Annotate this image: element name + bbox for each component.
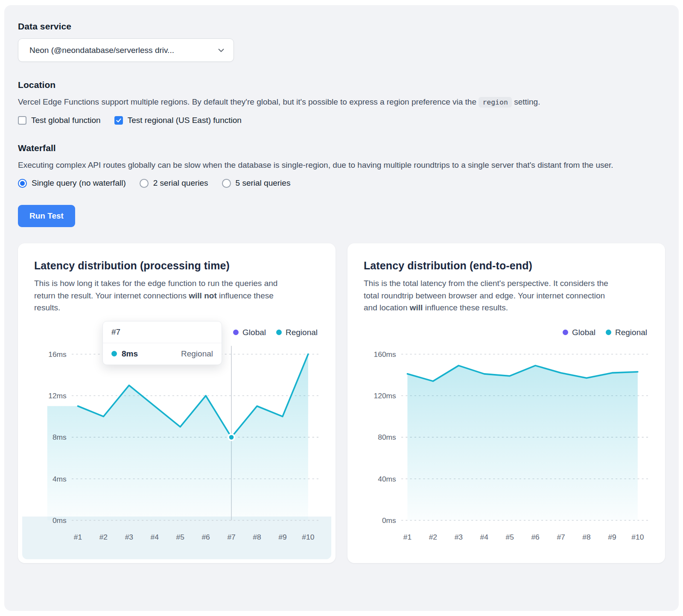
chart-tooltip: #7 8ms Regional bbox=[102, 321, 222, 365]
card-title: Latency distribution (end-to-end) bbox=[364, 260, 649, 272]
card-title: Latency distribution (processing time) bbox=[34, 260, 319, 272]
svg-text:120ms: 120ms bbox=[374, 391, 397, 400]
checkbox-test-global-function[interactable]: Test global function bbox=[18, 116, 101, 125]
radio-label: Single query (no waterfall) bbox=[32, 178, 126, 188]
svg-text:#5: #5 bbox=[506, 533, 514, 541]
global-dot-icon bbox=[233, 330, 239, 335]
svg-text:#6: #6 bbox=[201, 533, 210, 541]
latency-end-to-end-chart-canvas[interactable]: 160ms120ms80ms40ms0ms#1#2#3#4#5#6#7#8#9#… bbox=[364, 343, 649, 549]
svg-text:#2: #2 bbox=[429, 533, 437, 541]
svg-text:80ms: 80ms bbox=[378, 433, 396, 441]
svg-text:#1: #1 bbox=[403, 533, 412, 541]
svg-text:#7: #7 bbox=[227, 533, 235, 541]
svg-text:#5: #5 bbox=[176, 533, 184, 541]
legend-item-global: Global bbox=[233, 328, 266, 337]
chart-legend: Global Regional bbox=[364, 327, 649, 338]
waterfall-heading: Waterfall bbox=[18, 143, 665, 153]
svg-text:#10: #10 bbox=[631, 533, 644, 541]
svg-text:#8: #8 bbox=[253, 533, 261, 541]
results-cards: Latency distribution (processing time) T… bbox=[4, 243, 679, 563]
radio-label: 2 serial queries bbox=[153, 178, 208, 188]
run-test-button[interactable]: Run Test bbox=[18, 205, 75, 227]
legend-item-global: Global bbox=[563, 328, 595, 337]
svg-text:12ms: 12ms bbox=[48, 391, 67, 400]
svg-text:8ms: 8ms bbox=[53, 433, 67, 441]
radio-icon bbox=[140, 179, 149, 188]
processing-time-card: Latency distribution (processing time) T… bbox=[18, 243, 336, 563]
latency-processing-chart-canvas[interactable]: 16ms12ms8ms4ms0ms#1#2#3#4#5#6#7#8#9#10 bbox=[34, 343, 319, 549]
location-checkbox-row: Test global function Test regional (US E… bbox=[18, 116, 665, 125]
legend-label: Global bbox=[572, 328, 595, 337]
tooltip-series: Regional bbox=[181, 349, 213, 359]
svg-text:#1: #1 bbox=[74, 533, 82, 541]
data-service-select[interactable]: Neon (@neondatabase/serverless driv... bbox=[18, 38, 234, 62]
test-config-form: Data service Neon (@neondatabase/serverl… bbox=[4, 5, 679, 227]
svg-text:#2: #2 bbox=[99, 533, 108, 541]
svg-text:#3: #3 bbox=[455, 533, 463, 541]
svg-text:#4: #4 bbox=[151, 533, 159, 541]
svg-text:#8: #8 bbox=[582, 533, 590, 541]
svg-text:#4: #4 bbox=[480, 533, 489, 541]
svg-text:#6: #6 bbox=[531, 533, 539, 541]
waterfall-radio-row: Single query (no waterfall) 2 serial que… bbox=[18, 178, 665, 188]
chevron-down-icon bbox=[216, 46, 226, 55]
svg-text:0ms: 0ms bbox=[53, 516, 67, 525]
svg-text:40ms: 40ms bbox=[378, 474, 396, 483]
radio-selected-icon bbox=[18, 179, 27, 188]
svg-text:16ms: 16ms bbox=[48, 350, 67, 358]
global-dot-icon bbox=[563, 330, 568, 335]
radio-2-serial-queries[interactable]: 2 serial queries bbox=[140, 178, 208, 188]
svg-text:#3: #3 bbox=[125, 533, 133, 541]
svg-text:#9: #9 bbox=[278, 533, 286, 541]
data-service-heading: Data service bbox=[18, 21, 665, 32]
legend-label: Regional bbox=[615, 328, 647, 337]
data-service-selected-value: Neon (@neondatabase/serverless driv... bbox=[29, 46, 174, 55]
regional-dot-icon bbox=[111, 351, 117, 356]
end-to-end-chart: Global Regional 160ms120ms80ms40ms0ms#1#… bbox=[364, 327, 649, 549]
radio-label: 5 serial queries bbox=[236, 178, 291, 188]
checkbox-label: Test regional (US East) function bbox=[128, 116, 242, 125]
legend-label: Global bbox=[242, 328, 266, 337]
tooltip-title: #7 bbox=[103, 321, 222, 343]
legend-item-regional: Regional bbox=[606, 328, 647, 337]
main-panel: Data service Neon (@neondatabase/serverl… bbox=[4, 5, 679, 611]
radio-icon bbox=[222, 179, 231, 188]
checkbox-unchecked-icon bbox=[18, 116, 26, 125]
svg-text:#10: #10 bbox=[302, 533, 314, 541]
svg-text:160ms: 160ms bbox=[374, 350, 397, 358]
svg-text:#9: #9 bbox=[608, 533, 616, 541]
checkbox-checked-icon bbox=[114, 116, 123, 125]
tooltip-row: 8ms Regional bbox=[103, 343, 222, 365]
legend-label: Regional bbox=[286, 328, 318, 337]
regional-dot-icon bbox=[606, 330, 611, 335]
svg-text:#7: #7 bbox=[557, 533, 565, 541]
radio-5-serial-queries[interactable]: 5 serial queries bbox=[222, 178, 291, 188]
waterfall-section: Waterfall Executing complex API routes g… bbox=[18, 143, 665, 188]
waterfall-description: Executing complex API routes globally ca… bbox=[18, 159, 658, 171]
location-description: Vercel Edge Functions support multiple r… bbox=[18, 96, 658, 108]
svg-text:4ms: 4ms bbox=[53, 474, 67, 483]
location-section: Location Vercel Edge Functions support m… bbox=[18, 80, 665, 125]
end-to-end-card: Latency distribution (end-to-end) This i… bbox=[347, 243, 665, 563]
card-description: This is the total latency from the clien… bbox=[364, 277, 611, 314]
regional-dot-icon bbox=[276, 330, 282, 335]
checkbox-label: Test global function bbox=[31, 116, 101, 125]
svg-text:0ms: 0ms bbox=[382, 516, 396, 525]
card-description: This is how long it takes for the edge f… bbox=[34, 277, 282, 314]
location-heading: Location bbox=[18, 80, 665, 90]
processing-time-chart: Global Regional 16ms12ms8ms4ms0ms#1#2#3#… bbox=[34, 327, 319, 549]
checkbox-test-regional-function[interactable]: Test regional (US East) function bbox=[114, 116, 242, 125]
legend-item-regional: Regional bbox=[276, 328, 318, 337]
tooltip-value: 8ms bbox=[122, 349, 138, 359]
radio-single-query[interactable]: Single query (no waterfall) bbox=[18, 178, 126, 188]
